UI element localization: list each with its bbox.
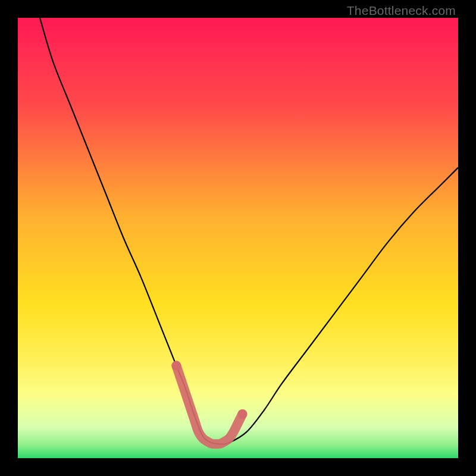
highlight-endpoint [171,361,181,371]
plot-area [18,18,458,458]
chart-svg [18,18,458,458]
watermark-text: TheBottleneck.com [347,4,456,18]
gradient-background [18,18,458,458]
highlight-endpoint [237,409,247,419]
chart-frame: TheBottleneck.com [0,0,476,476]
